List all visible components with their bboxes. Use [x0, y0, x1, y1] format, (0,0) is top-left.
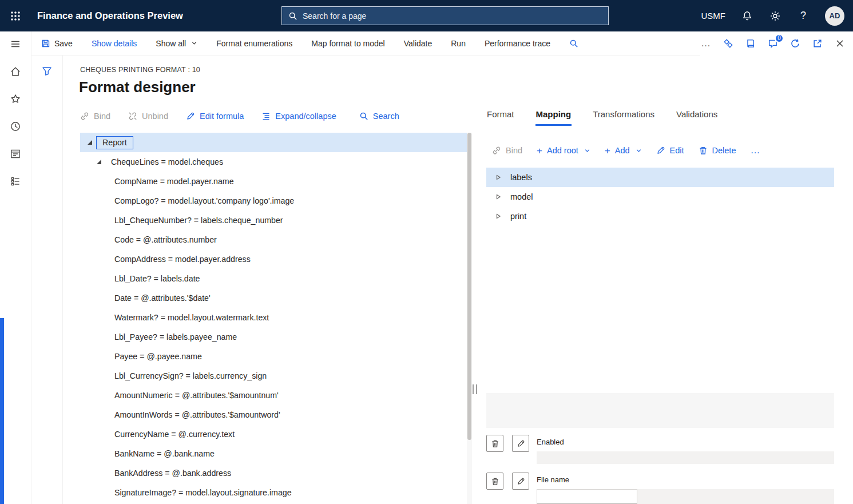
mapping-overflow-button[interactable]: … [750, 145, 760, 156]
tree-row[interactable]: ChequeLines = model.cheques [80, 152, 467, 172]
tree-node-label: ChequeLines = model.cheques [111, 157, 223, 166]
app-title[interactable]: Finance and Operations Preview [37, 10, 183, 21]
enabled-field-input[interactable] [537, 451, 834, 464]
nav-favorites-button[interactable] [9, 93, 22, 105]
overflow-menu-button[interactable]: … [700, 38, 712, 49]
tree-row[interactable]: BankAddress = @.bank.address [80, 463, 467, 483]
tree-row[interactable]: Date = @.attributes.'$date' [80, 288, 467, 308]
tree-node-label: Lbl_Payee? = labels.payee_name [114, 332, 237, 342]
mapping-row-print[interactable]: print [486, 207, 834, 226]
task-guide-button[interactable] [745, 38, 756, 49]
expand-caret-icon[interactable] [495, 213, 501, 219]
format-tree: Report ChequeLines = model.cheques CompN… [80, 133, 467, 502]
tree-row[interactable]: CompAddress = model.payer.address [80, 249, 467, 269]
map-format-to-model-button[interactable]: Map format to model [311, 39, 384, 48]
mapping-row-labels[interactable]: labels [486, 168, 834, 187]
apps-button[interactable] [723, 38, 734, 49]
pane-splitter-handle[interactable] [473, 384, 477, 394]
tree-row-report[interactable]: Report [80, 133, 467, 152]
tree-node-label: CompName = model.payer.name [114, 177, 234, 186]
save-button[interactable]: Save [41, 39, 73, 48]
nav-home-button[interactable] [9, 65, 22, 78]
waffle-menu-button[interactable] [0, 0, 31, 31]
expand-collapse-button[interactable]: Expand/collapse [261, 112, 336, 121]
tree-row[interactable]: Lbl_ChequeNumber? = labels.cheque_number [80, 211, 467, 230]
enabled-delete-button[interactable] [486, 435, 503, 452]
avatar[interactable]: AD [825, 6, 844, 26]
company-badge[interactable]: USMF [701, 11, 726, 21]
nav-recent-button[interactable] [9, 120, 22, 133]
tree-row[interactable]: AmountInWords = @.attributes.'$amountwor… [80, 405, 467, 424]
chevron-down-icon [636, 148, 642, 154]
tree-row[interactable]: Code = @.attributes.number [80, 230, 467, 249]
plus-icon: + [537, 146, 542, 156]
mapping-bind-button[interactable]: Bind [492, 146, 522, 155]
mapping-row-model[interactable]: model [486, 187, 834, 207]
tree-row[interactable]: SignatureImage? = model.layout.signature… [80, 483, 467, 502]
tree-row[interactable]: Lbl_Date? = labels.date [80, 269, 467, 288]
tree-row[interactable]: BankName = @.bank.name [80, 444, 467, 463]
refresh-button[interactable] [789, 38, 801, 49]
validate-button[interactable]: Validate [404, 39, 433, 48]
expand-caret-icon[interactable] [495, 174, 501, 180]
nav-task-list-button[interactable] [9, 175, 22, 188]
mapping-edit-button[interactable]: Edit [656, 146, 684, 155]
add-dropdown[interactable]: +Add [605, 146, 642, 156]
tree-row[interactable]: AmountNumeric = @.attributes.'$amountnum… [80, 386, 467, 405]
settings-button[interactable] [769, 10, 781, 22]
open-new-window-button[interactable] [812, 38, 823, 49]
page-search-box[interactable] [281, 6, 609, 25]
expand-caret-icon[interactable] [495, 194, 501, 200]
collapse-caret-icon[interactable] [96, 159, 102, 165]
tab-mapping[interactable]: Mapping [535, 107, 572, 126]
hamburger-icon [10, 38, 21, 50]
run-button[interactable]: Run [451, 39, 466, 48]
page-search-input[interactable] [303, 11, 602, 21]
tab-validations[interactable]: Validations [676, 107, 718, 126]
pane-splitter[interactable] [474, 133, 476, 504]
home-icon [10, 66, 21, 77]
tab-format[interactable]: Format [486, 107, 515, 126]
tree-row[interactable]: Lbl_CurrencySign? = labels.currency_sign [80, 366, 467, 386]
tab-transformations[interactable]: Transformations [592, 107, 655, 126]
mapping-toolbar: Bind +Add root +Add Edit Delete … [492, 141, 760, 160]
collapse-caret-icon[interactable] [87, 140, 93, 145]
pencil-icon [656, 146, 665, 155]
notifications-button[interactable] [741, 10, 753, 22]
enabled-edit-button[interactable] [512, 435, 529, 452]
tree-search-button[interactable]: Search [359, 112, 399, 121]
mapping-delete-button[interactable]: Delete [699, 146, 736, 155]
tree-scrollbar[interactable] [467, 133, 472, 504]
performance-trace-button[interactable]: Performance trace [485, 39, 550, 48]
chevron-down-icon [584, 148, 590, 154]
file-name-field-input[interactable] [537, 489, 637, 504]
messages-button[interactable]: 0 [767, 38, 779, 49]
top-bar: Finance and Operations Preview USMF ? AD [0, 0, 853, 31]
add-root-dropdown[interactable]: +Add root [537, 146, 590, 156]
chain-link-icon [80, 112, 89, 121]
command-search-button[interactable] [569, 39, 578, 48]
tree-row[interactable]: CurrencyName = @.currency.text [80, 424, 467, 444]
format-enumerations-button[interactable]: Format enumerations [216, 39, 292, 48]
tree-node-label: CurrencyName = @.currency.text [114, 430, 235, 439]
nav-hamburger-button[interactable] [9, 38, 22, 50]
tree-scrollbar-thumb[interactable] [467, 133, 471, 440]
tree-row[interactable]: CompLogo? = model.layout.'company logo'.… [80, 191, 467, 211]
help-button[interactable]: ? [797, 10, 810, 22]
tree-node-label: Report [96, 136, 133, 149]
tree-row[interactable]: CompName = model.payer.name [80, 172, 467, 191]
bind-button[interactable]: Bind [80, 112, 110, 121]
file-name-delete-button[interactable] [486, 473, 503, 490]
chain-link-icon [492, 146, 501, 155]
show-all-dropdown[interactable]: Show all [156, 39, 197, 48]
nav-forms-button[interactable] [9, 148, 22, 160]
tree-row[interactable]: Watermark? = model.layout.watermark.text [80, 308, 467, 327]
filter-button[interactable] [41, 65, 53, 77]
edit-formula-button[interactable]: Edit formula [186, 112, 244, 121]
close-button[interactable] [834, 38, 846, 49]
unbind-button[interactable]: Unbind [128, 112, 168, 121]
show-details-button[interactable]: Show details [92, 39, 137, 48]
tree-row[interactable]: Payee = @.payee.name [80, 347, 467, 366]
tree-row[interactable]: Lbl_Payee? = labels.payee_name [80, 327, 467, 347]
file-name-edit-button[interactable] [512, 473, 529, 490]
